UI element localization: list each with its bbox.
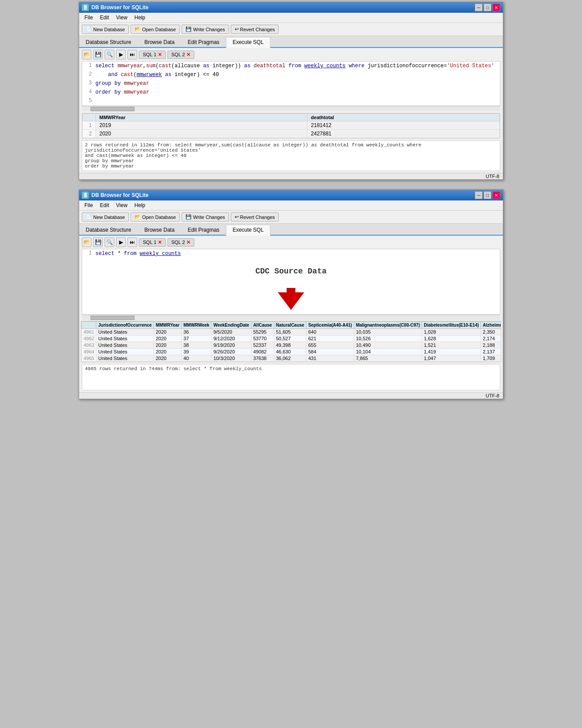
- col-header-rownum-1: [83, 114, 96, 121]
- menu-view-1[interactable]: View: [113, 14, 131, 22]
- table-row: 4965 United States 2020 40 10/3/2020 376…: [82, 355, 502, 362]
- code-line-5[interactable]: [95, 97, 500, 106]
- menu-edit-2[interactable]: Edit: [96, 201, 113, 209]
- sql-tab-2-close[interactable]: ✕: [186, 52, 190, 58]
- arrow-down: [82, 288, 500, 310]
- sql-code-editor-1[interactable]: 1 select mmwryear,sum(cast(allcause as i…: [82, 61, 500, 106]
- tab-execute-sql-1[interactable]: Execute SQL: [226, 37, 270, 48]
- open-sql-icon[interactable]: 📂: [82, 50, 91, 59]
- row-4961-date: 9/5/2020: [211, 329, 251, 335]
- find-sql-icon[interactable]: 🔍: [105, 50, 114, 59]
- run-sql-icon-2[interactable]: ▶: [116, 237, 126, 247]
- code-line-2[interactable]: and cast(mmwrweek as integer) <= 40: [95, 70, 500, 79]
- next-sql-icon[interactable]: ⏭: [127, 50, 137, 59]
- tab-browse-data-2[interactable]: Browse Data: [138, 225, 181, 235]
- status-bar-1: 2 rows returned in 112ms from: select mm…: [82, 140, 500, 171]
- menu-help-1[interactable]: Help: [131, 14, 149, 22]
- tab-execute-sql-2[interactable]: Execute SQL: [226, 225, 270, 236]
- sql-tab-2-1[interactable]: SQL 1 ✕: [139, 238, 166, 247]
- scroll-thumb-2[interactable]: [91, 316, 135, 320]
- row-4961-alz: 2,350: [481, 329, 501, 335]
- table-row: 4963 United States 2020 38 9/19/2020 523…: [82, 342, 502, 349]
- col-week: MMWRWeek: [182, 322, 211, 329]
- sql-tab-2-2[interactable]: SQL 2 ✕: [167, 238, 194, 247]
- row-4962-num: 4962: [82, 335, 96, 342]
- result-year-1: 2019: [96, 121, 307, 130]
- title-controls-1[interactable]: ─ □ ✕: [475, 4, 500, 11]
- tab-edit-pragmas-2[interactable]: Edit Pragmas: [181, 225, 226, 235]
- revert-changes-button-1[interactable]: ↩ Revert Changes: [231, 25, 279, 34]
- row-4961-nat: 51,605: [274, 329, 306, 335]
- tab-browse-data-1[interactable]: Browse Data: [138, 37, 181, 47]
- next-sql-icon-2[interactable]: ⏭: [127, 237, 137, 247]
- sql-tab-2[interactable]: SQL 2 ✕: [167, 51, 194, 59]
- code-scrollbar-h-2[interactable]: [82, 315, 500, 320]
- write-changes-button-1[interactable]: 💾 Write Changes: [182, 25, 229, 34]
- run-sql-icon[interactable]: ▶: [116, 50, 126, 59]
- write-changes-button-2[interactable]: 💾 Write Changes: [182, 212, 229, 222]
- tab-db-structure-2[interactable]: Database Structure: [79, 225, 138, 235]
- tab-db-structure-1[interactable]: Database Structure: [79, 37, 138, 47]
- close-button-2[interactable]: ✕: [492, 191, 500, 199]
- sql-code-editor-2[interactable]: 1 select * from weekly_counts CDC Source…: [82, 249, 500, 315]
- row-4962-sep: 621: [306, 335, 354, 342]
- sql-tab-2-1-close[interactable]: ✕: [158, 240, 162, 245]
- open-database-button-2[interactable]: 📂 Open Database: [131, 212, 180, 222]
- new-database-button-2[interactable]: 📄 New Database: [82, 212, 129, 222]
- menu-help-2[interactable]: Help: [131, 201, 149, 209]
- row-4963-all: 52337: [251, 342, 274, 349]
- code-scrollbar-h-1[interactable]: [82, 106, 500, 111]
- sql-tab-1-close[interactable]: ✕: [158, 52, 162, 58]
- find-sql-icon-2[interactable]: 🔍: [105, 237, 114, 247]
- cdc-label: CDC Source Data: [255, 267, 327, 276]
- title-controls-2[interactable]: ─ □ ✕: [475, 191, 500, 199]
- open-sql-icon-2[interactable]: 📂: [82, 237, 91, 247]
- result-year-2: 2020: [96, 130, 307, 138]
- col-juris: JurisdictionofOccurrence: [96, 322, 154, 329]
- sql-tab-2-2-close[interactable]: ✕: [186, 240, 190, 245]
- results-table-1: MMWRYear deathtotal 1 2019 2181412 2 202…: [82, 113, 500, 138]
- row-4962-dia: 1,628: [422, 335, 481, 342]
- write-icon-2: 💾: [186, 214, 192, 220]
- close-button-1[interactable]: ✕: [492, 4, 500, 11]
- row-4962-date: 9/12/2020: [211, 335, 251, 342]
- row-4964-date: 9/26/2020: [211, 349, 251, 355]
- scroll-thumb-1[interactable]: [91, 107, 135, 111]
- menu-view-2[interactable]: View: [113, 201, 131, 209]
- code-line-w2-1[interactable]: select * from weekly_counts: [95, 249, 500, 258]
- open-db-icon-2: 📂: [135, 214, 141, 220]
- revert-changes-button-2[interactable]: ↩ Revert Changes: [231, 212, 279, 222]
- window-2: 🗄 DB Browser for SQLite ─ □ ✕ File Edit …: [79, 189, 503, 399]
- row-4961-all: 55295: [251, 329, 274, 335]
- minimize-button-2[interactable]: ─: [475, 191, 483, 199]
- utf-label-2: UTF-8: [486, 393, 499, 398]
- code-line-4[interactable]: order by mmwryear: [95, 88, 500, 97]
- toolbar-1: 📄 New Database 📂 Open Database 💾 Write C…: [79, 23, 503, 36]
- code-line-1[interactable]: select mmwryear,sum(cast(allcause as int…: [95, 62, 500, 70]
- minimize-button-1[interactable]: ─: [475, 4, 483, 11]
- menu-edit-1[interactable]: Edit: [96, 14, 113, 22]
- menubar-1: File Edit View Help: [79, 13, 503, 23]
- col-rownum: [82, 322, 96, 329]
- row-4964-year: 2020: [154, 349, 182, 355]
- open-database-button-1[interactable]: 📂 Open Database: [131, 25, 180, 34]
- menu-file-2[interactable]: File: [81, 201, 96, 209]
- maximize-button-1[interactable]: □: [484, 4, 491, 11]
- row-4962-all: 53770: [251, 335, 274, 342]
- row-4963-sep: 655: [306, 342, 354, 349]
- arrow-down-svg: [278, 288, 304, 310]
- maximize-button-2[interactable]: □: [484, 191, 491, 199]
- col-header-mmwryear: MMWRYear: [96, 114, 307, 121]
- sql-tab-1[interactable]: SQL 1 ✕: [139, 51, 166, 59]
- row-4963-week: 38: [182, 342, 211, 349]
- col-date: WeekEndingDate: [211, 322, 251, 329]
- save-sql-icon-2[interactable]: 💾: [93, 237, 103, 247]
- menu-file-1[interactable]: File: [81, 14, 96, 22]
- row-4961-sep: 640: [306, 329, 354, 335]
- save-sql-icon[interactable]: 💾: [93, 50, 103, 59]
- sql-tab-2-1-label: SQL 1: [143, 240, 156, 245]
- new-database-button-1[interactable]: 📄 New Database: [82, 25, 129, 34]
- row-4961-juris: United States: [96, 329, 154, 335]
- code-line-3[interactable]: group by mmwryear: [95, 79, 500, 88]
- tab-edit-pragmas-1[interactable]: Edit Pragmas: [181, 37, 226, 47]
